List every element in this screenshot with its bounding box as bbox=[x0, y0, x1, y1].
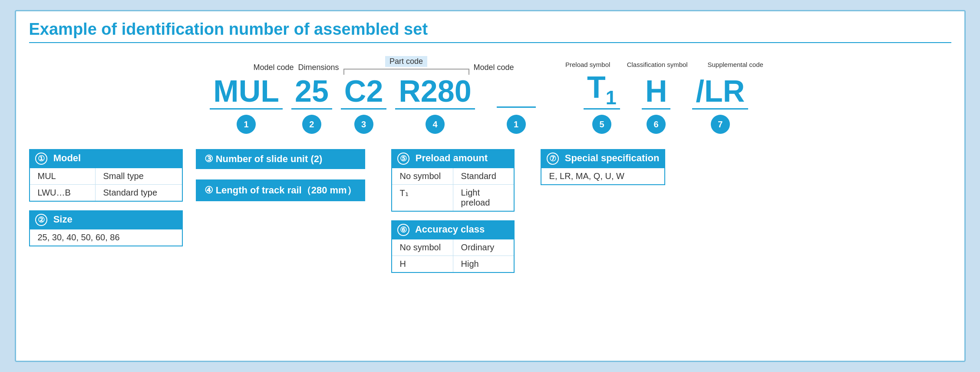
symbol-r280: R280 bbox=[395, 75, 475, 110]
model-table-header-label: Model bbox=[53, 153, 81, 163]
model-row2-col2: Standard type bbox=[95, 185, 182, 201]
model-table: ① Model MUL Small type LWU…B Standard ty… bbox=[29, 149, 183, 202]
preload-table: ⑤ Preload amount No symbol Standard T₁ L… bbox=[391, 149, 515, 212]
accuracy-row2-col1: H bbox=[392, 256, 453, 272]
accuracy-row2-col2: High bbox=[453, 256, 505, 272]
size-circle: ② bbox=[35, 214, 47, 226]
circle-5: 5 bbox=[592, 115, 611, 134]
preload-table-body: No symbol Standard T₁ Light preload bbox=[391, 168, 515, 212]
track-circle: ④ bbox=[205, 185, 213, 196]
model-table-header: ① Model bbox=[29, 149, 183, 168]
special-value: E, LR, MA, Q, U, W bbox=[541, 168, 632, 184]
accuracy-circle: ⑥ bbox=[397, 224, 409, 236]
special-table-body: E, LR, MA, Q, U, W bbox=[541, 168, 666, 185]
special-table: ⑦ Special specification E, LR, MA, Q, U,… bbox=[541, 149, 666, 185]
model-row2-col1: LWU…B bbox=[30, 185, 95, 201]
symbol-c2: C2 bbox=[341, 75, 386, 110]
circle-3: 3 bbox=[354, 115, 373, 134]
circle-6: 6 bbox=[647, 115, 666, 134]
circle-1b: 1 bbox=[507, 115, 526, 134]
slide-unit-label: Number of slide unit (2) bbox=[216, 153, 323, 164]
symbol-h: H bbox=[642, 75, 671, 110]
accuracy-table-body: No symbol Ordinary H High bbox=[391, 239, 515, 273]
size-table-header-label: Size bbox=[53, 214, 73, 225]
table-row: T₁ Light preload bbox=[392, 185, 514, 211]
tables-section: ① Model MUL Small type LWU…B Standard ty… bbox=[29, 149, 951, 273]
model-circle: ① bbox=[35, 153, 47, 165]
preload-table-header: ⑤ Preload amount bbox=[391, 149, 515, 168]
page-title: Example of identification number of asse… bbox=[29, 20, 951, 43]
table-row: No symbol Ordinary bbox=[392, 239, 514, 256]
track-rail-label: Length of track rail（280 mm） bbox=[216, 185, 356, 196]
slide-unit-box: ③ Number of slide unit (2) bbox=[196, 149, 365, 169]
special-table-header-label: Special specification bbox=[565, 153, 660, 163]
table-row: E, LR, MA, Q, U, W bbox=[541, 168, 665, 184]
preload-table-header-label: Preload amount bbox=[416, 153, 488, 163]
preload-row1-col1: No symbol bbox=[392, 168, 453, 184]
diagram-wrapper: Model code Dimensions Part code bbox=[29, 56, 951, 134]
table-row: 25, 30, 40, 50, 60, 86 bbox=[30, 229, 182, 246]
preload-row1-col2: Standard bbox=[453, 168, 514, 184]
circle-2: 2 bbox=[302, 115, 321, 134]
preload-circle: ⑤ bbox=[397, 153, 409, 165]
circle-7: 7 bbox=[711, 115, 730, 134]
size-table-body: 25, 30, 40, 50, 60, 86 bbox=[29, 229, 183, 246]
symbol-25: 25 bbox=[291, 75, 332, 110]
table-row: LWU…B Standard type bbox=[30, 185, 182, 201]
diagram: Model code Dimensions Part code bbox=[210, 56, 770, 134]
main-container: Example of identification number of asse… bbox=[15, 10, 966, 362]
circle-4: 4 bbox=[426, 115, 445, 134]
model-code-label: Model code bbox=[253, 63, 294, 72]
symbol-mul: MUL bbox=[210, 75, 283, 110]
classification-symbol-label: Classification symbol bbox=[627, 61, 688, 68]
circle-1a: 1 bbox=[237, 115, 256, 134]
preload-symbol-label: Preload symbol bbox=[565, 61, 610, 68]
accuracy-row1-col2: Ordinary bbox=[453, 239, 505, 256]
preload-row2-col1: T₁ bbox=[392, 185, 453, 211]
table-row: H High bbox=[392, 256, 514, 272]
special-table-header: ⑦ Special specification bbox=[541, 149, 666, 168]
accuracy-row1-col1: No symbol bbox=[392, 239, 453, 256]
table-row: MUL Small type bbox=[30, 168, 182, 185]
size-table-header: ② Size bbox=[29, 210, 183, 229]
model-table-body: MUL Small type LWU…B Standard type bbox=[29, 168, 183, 202]
model-code2-label: Model code bbox=[474, 63, 514, 72]
accuracy-table-header-label: Accuracy class bbox=[415, 224, 485, 235]
size-table: ② Size 25, 30, 40, 50, 60, 86 bbox=[29, 210, 183, 246]
symbol-t1: T1 bbox=[584, 71, 620, 110]
symbol-lr: /LR bbox=[692, 75, 748, 110]
accuracy-table-header: ⑥ Accuracy class bbox=[391, 220, 515, 239]
table-row: No symbol Standard bbox=[392, 168, 514, 185]
slide-circle: ③ bbox=[205, 153, 213, 164]
part-code-label: Part code bbox=[385, 56, 427, 67]
track-rail-box: ④ Length of track rail（280 mm） bbox=[196, 179, 365, 201]
dimensions-label: Dimensions bbox=[298, 63, 339, 72]
special-circle: ⑦ bbox=[547, 153, 559, 165]
supplemental-code-label: Supplemental code bbox=[707, 61, 763, 68]
preload-row2-col2: Light preload bbox=[453, 185, 514, 211]
model-row1-col2: Small type bbox=[95, 168, 182, 184]
model-row1-col1: MUL bbox=[30, 168, 95, 184]
accuracy-table: ⑥ Accuracy class No symbol Ordinary H Hi… bbox=[391, 220, 515, 273]
size-value: 25, 30, 40, 50, 60, 86 bbox=[30, 229, 128, 246]
